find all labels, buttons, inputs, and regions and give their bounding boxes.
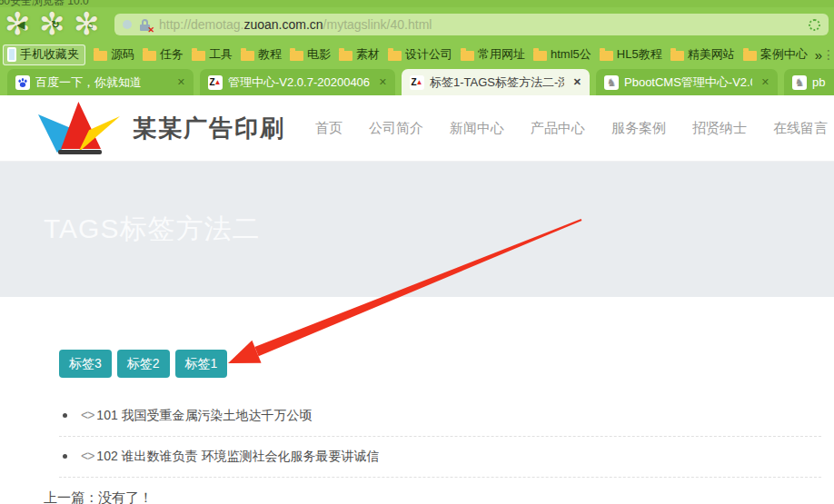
tab-pboot-partial[interactable]: ♞ pb [784, 69, 834, 95]
nav-item-home[interactable]: 首页 [315, 120, 343, 137]
folder-icon [533, 51, 547, 61]
url-text[interactable]: http://demotag.zuoan.com.cn/mytagslink/4… [159, 17, 432, 32]
page-banner: TAGS标签方法二 [0, 162, 834, 297]
tab-admin-center[interactable]: Z▲ 管理中心-V2.0.7-20200406 ✕ [200, 69, 395, 95]
bookmark-folder-tutorials[interactable]: 教程 [241, 46, 282, 63]
tab-baidu[interactable]: 百度一下，你就知道 ✕ [7, 69, 194, 95]
nav-item-message[interactable]: 在线留言 [773, 120, 828, 137]
folder-icon [241, 51, 254, 61]
folder-icon [388, 51, 402, 61]
window-titlebar: 360安全浏览器 10.0 [0, 0, 834, 7]
bookmark-folder-materials[interactable]: 素材 [339, 46, 380, 63]
previous-post-link[interactable]: 上一篇：没有了！ [44, 489, 834, 504]
bookmark-folder-tasks[interactable]: 任务 [143, 46, 184, 63]
home-icon: ⌂ [73, 8, 107, 42]
bullet-icon [63, 454, 67, 459]
article-title[interactable]: 101 我国受重金属污染土地达千万公顷 [96, 408, 312, 422]
refresh-button[interactable]: ✻ ↻ [38, 8, 73, 42]
nav-item-products[interactable]: 产品中心 [531, 120, 585, 137]
site-logo[interactable]: 某某广告印刷 [36, 102, 285, 154]
insecure-x-icon: ✕ [147, 25, 154, 35]
logo-text: 某某广告印刷 [133, 113, 285, 144]
browser-toolbar: ✻ ◀ ✻ ↻ ✻ ⌂ ✕ http://demotag.zuoan.com.c… [0, 7, 834, 42]
folder-icon [290, 51, 303, 61]
close-tab-icon[interactable]: ✕ [761, 76, 769, 88]
article-list: <>101 我国受重金属污染土地达千万公顷 <>102 谁出数谁负责 环境监测社… [59, 396, 821, 478]
bookmark-folder-tools[interactable]: 工具 [192, 46, 233, 63]
folder-icon [143, 51, 156, 61]
bookmarks-right-icons: ⋮ [822, 47, 834, 62]
close-tab-icon[interactable]: ✕ [177, 76, 185, 88]
folder-icon [94, 51, 107, 61]
article-prefix: <> [81, 408, 94, 422]
nav-item-news[interactable]: 新闻中心 [450, 120, 504, 137]
tag-button-1[interactable]: 标签1 [175, 350, 228, 378]
article-prefix: <> [81, 449, 94, 463]
folder-icon [670, 51, 684, 61]
za-logo-icon: Z▲ [208, 75, 223, 90]
tag-button-2[interactable]: 标签2 [117, 350, 170, 378]
page-action-icon[interactable] [809, 19, 820, 31]
site-info-icon[interactable] [123, 20, 132, 29]
close-tab-icon[interactable]: ✕ [379, 76, 387, 88]
article-title[interactable]: 102 谁出数谁负责 环境监测社会化服务最要讲诚信 [96, 449, 379, 463]
folder-icon [743, 51, 757, 61]
phone-icon [7, 47, 16, 62]
za-logo-icon: Z▲ [410, 75, 424, 90]
bookmark-folder-source[interactable]: 源码 [94, 46, 134, 63]
bookmarks-overflow-chevron[interactable]: » [815, 47, 822, 63]
tab-pbootcms-admin[interactable]: ♞ PbootCMS管理中心-V2.0.7- ✕ [596, 69, 778, 95]
refresh-icon: ↻ [38, 8, 73, 42]
bookmark-folder-nice-sites[interactable]: 精美网站 [670, 46, 735, 63]
main-nav: 首页 公司简介 新闻中心 产品中心 服务案例 招贤纳士 在线留言 联系我们 [315, 120, 834, 137]
back-button[interactable]: ✻ ◀ [4, 8, 38, 42]
logo-crown-icon [36, 102, 122, 154]
bookmark-folder-html5[interactable]: html5公 [533, 46, 591, 63]
close-tab-icon[interactable]: ✕ [573, 76, 581, 88]
page-title: TAGS标签方法二 [44, 211, 260, 248]
pboot-horse-icon: ♞ [792, 75, 807, 90]
article-list-item[interactable]: <>101 我国受重金属污染土地达千万公顷 [59, 396, 821, 437]
tab-bar: 百度一下，你就知道 ✕ Z▲ 管理中心-V2.0.7-20200406 ✕ Z▲… [0, 67, 834, 95]
bookmark-folder-movies[interactable]: 电影 [290, 46, 331, 63]
article-list-item[interactable]: <>102 谁出数谁负责 环境监测社会化服务最要讲诚信 [59, 437, 821, 478]
bullet-icon [63, 413, 67, 418]
more-options-icon[interactable]: ⋮ [822, 47, 834, 62]
nav-item-about[interactable]: 公司简介 [369, 120, 423, 137]
tab-tags-page-active[interactable]: Z▲ 标签1-TAGS标签方法二-深圳 ✕ [402, 69, 590, 95]
folder-icon [339, 51, 352, 61]
pboot-horse-icon: ♞ [604, 75, 619, 90]
tag-buttons-row: 标签3 标签2 标签1 [59, 350, 834, 378]
folder-icon [461, 51, 474, 61]
address-bar[interactable]: ✕ http://demotag.zuoan.com.cn/mytagslink… [114, 14, 829, 35]
nav-item-cases[interactable]: 服务案例 [611, 120, 666, 137]
insecure-lock-icon[interactable]: ✕ [139, 19, 151, 31]
bookmarks-bar: 手机收藏夹 源码 任务 工具 教程 电影 素材 设计公司 常用网址 html5公… [0, 42, 834, 67]
browser-nav-buttons: ✻ ◀ ✻ ↻ ✻ ⌂ [4, 8, 107, 42]
bookmark-folder-common-urls[interactable]: 常用网址 [461, 46, 525, 63]
home-button[interactable]: ✻ ⌂ [73, 8, 107, 42]
bookmark-folder-hl5[interactable]: HL5教程 [600, 46, 662, 63]
folder-icon [192, 51, 205, 61]
site-header: 某某广告印刷 首页 公司简介 新闻中心 产品中心 服务案例 招贤纳士 在线留言 … [0, 95, 834, 162]
baidu-paw-icon [15, 75, 30, 90]
nav-item-careers[interactable]: 招贤纳士 [692, 120, 747, 137]
bookmark-folder-design[interactable]: 设计公司 [388, 46, 452, 63]
tag-button-3[interactable]: 标签3 [59, 350, 112, 378]
folder-icon [600, 51, 613, 61]
bookmark-folder-cases[interactable]: 案例中心 [743, 46, 808, 63]
back-arrow-icon: ◀ [4, 8, 38, 42]
bookmark-mobile-favorites[interactable]: 手机收藏夹 [3, 44, 85, 65]
